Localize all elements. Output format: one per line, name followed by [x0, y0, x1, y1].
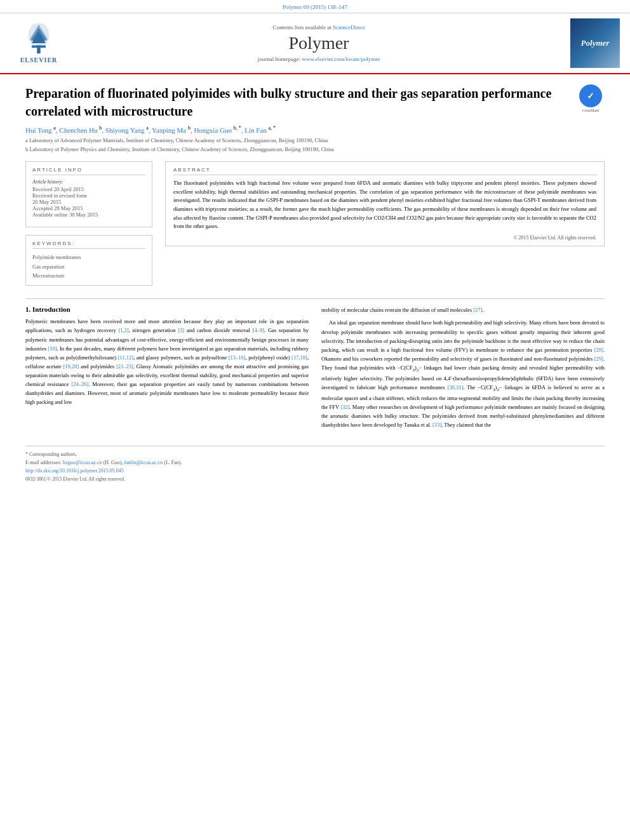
crossmark-circle: ✓ — [579, 84, 602, 107]
authors-line: Hui Tong a, Chenchen Hu b, Shiyong Yang … — [25, 125, 605, 134]
copyright: © 2015 Elsevier Ltd. All rights reserved… — [173, 235, 596, 241]
doi-link[interactable]: http://dx.doi.org/10.1016/j.polymer.2015… — [25, 468, 124, 474]
article-body: 1. Introduction Polymeric membranes have… — [25, 298, 605, 433]
email-label: E-mail addresses: — [25, 460, 62, 465]
right-para-2: An ideal gas separation membrane should … — [321, 318, 605, 429]
polymer-cover-title: Polymer — [581, 38, 610, 48]
available-date: Available online 30 May 2015 — [32, 211, 145, 218]
email-line: E-mail addresses: hxguo@iccas.ac.cn (H. … — [25, 460, 605, 465]
crossmark-label: CrossMark — [582, 109, 600, 112]
corresponding-label: * Corresponding authors. — [25, 451, 77, 457]
email1-name: (H. Guo), — [104, 460, 123, 465]
crossmark-badge: ✓ CrossMark — [577, 84, 605, 112]
section-1-number: 1. — [25, 305, 30, 313]
crossmark-icon: ✓ CrossMark — [577, 84, 605, 112]
email2-link[interactable]: fanlin@iccas.ac.cn — [124, 460, 163, 465]
title-row: Preparation of fluorinated polyimides wi… — [25, 84, 605, 120]
citation-text: Polymer 69 (2015) 138–147 — [283, 4, 347, 10]
affiliation-b: b Laboratory of Polymer Physics and Chem… — [25, 145, 605, 154]
affiliation-a: a Laboratory of Advanced Polymer Materia… — [25, 137, 605, 145]
corresponding-note: * Corresponding authors. — [25, 451, 605, 457]
author-hui-tong: Hui Tong — [25, 126, 52, 134]
author-shiyong-yang: Shiyong Yang — [105, 126, 145, 134]
issn-line: 0032-3861/© 2015 Elsevier Ltd. All right… — [25, 476, 605, 482]
right-para-1: mobility of molecular chains restrain th… — [321, 305, 605, 314]
article-footer: * Corresponding authors. E-mail addresse… — [25, 446, 605, 482]
journal-homepage: journal homepage: www.elsevier.com/locat… — [72, 56, 565, 62]
keyword-1: Polyimide membranes — [32, 253, 145, 262]
keywords-box: Keywords: Polyimide membranes Gas separa… — [25, 235, 152, 286]
email2-name: (L. Fan). — [164, 460, 182, 465]
body-left-text: Polymeric membranes have been received m… — [25, 317, 309, 406]
section-1-heading: 1. Introduction — [25, 305, 309, 313]
author-lin-fan: Lin Fan — [245, 126, 267, 134]
author-hongxia-guo: Hongxia Guo — [194, 126, 232, 134]
article-history: Article history: Received 20 April 2015 … — [32, 179, 145, 218]
body-right: mobility of molecular chains restrain th… — [321, 305, 605, 433]
body-right-text: mobility of molecular chains restrain th… — [321, 305, 605, 429]
intro-para-1: Polymeric membranes have been received m… — [25, 317, 309, 406]
affiliations: a Laboratory of Advanced Polymer Materia… — [25, 137, 605, 154]
abstract-label: ABSTRACT — [173, 167, 596, 175]
email1-link[interactable]: hxguo@iccas.ac.cn — [63, 460, 102, 465]
revised-label: Received in revised form — [32, 192, 145, 199]
article-title: Preparation of fluorinated polyimides wi… — [25, 84, 605, 120]
section-1-title: Introduction — [32, 305, 70, 313]
article-info-col: ARTICLE INFO Article history: Received 2… — [25, 161, 152, 286]
keywords-label: Keywords: — [32, 241, 145, 249]
abstract-box: ABSTRACT The fluorinated polyimides with… — [165, 161, 605, 246]
abstract-text: The fluorinated polyimides with high fra… — [173, 179, 596, 231]
journal-header: ELSEVIER Contents lists available at Sci… — [0, 13, 630, 74]
author-chenchen-hu: Chenchen Hu — [59, 126, 97, 134]
doi-line: http://dx.doi.org/10.1016/j.polymer.2015… — [25, 468, 605, 474]
article-info-box: ARTICLE INFO Article history: Received 2… — [25, 161, 152, 227]
author-yanping-ma: Yanping Ma — [152, 126, 186, 134]
body-left: 1. Introduction Polymeric membranes have… — [25, 305, 309, 433]
elsevier-logo: ELSEVIER — [10, 23, 67, 63]
accepted-date: Accepted 28 May 2015 — [32, 205, 145, 211]
article-info-label: ARTICLE INFO — [32, 167, 145, 175]
sciencedirect-link[interactable]: ScienceDirect — [333, 24, 365, 30]
elsevier-tree-icon — [20, 23, 58, 55]
abstract-section: ARTICLE INFO Article history: Received 2… — [25, 161, 605, 286]
elsevier-wordmark: ELSEVIER — [20, 57, 58, 63]
journal-title-large: Polymer — [72, 33, 565, 53]
sciencedirect-line: Contents lists available at ScienceDirec… — [72, 24, 565, 30]
svg-rect-5 — [32, 45, 46, 48]
header-center: Contents lists available at ScienceDirec… — [72, 24, 565, 62]
article-content: Preparation of fluorinated polyimides wi… — [0, 74, 630, 495]
abstract-col: ABSTRACT The fluorinated polyimides with… — [165, 161, 605, 286]
keyword-3: Microstructure — [32, 271, 145, 280]
citation-bar: Polymer 69 (2015) 138–147 — [0, 0, 630, 13]
homepage-link[interactable]: www.elsevier.com/locate/polymer — [302, 56, 380, 62]
keyword-2: Gas separation — [32, 262, 145, 271]
history-label: Article history: — [32, 179, 145, 185]
keywords-list: Polyimide membranes Gas separation Micro… — [32, 253, 145, 280]
polymer-cover-image: Polymer — [570, 18, 620, 68]
revised-date: 26 May 2015 — [32, 199, 145, 205]
received-date: Received 20 April 2015 — [32, 186, 145, 192]
